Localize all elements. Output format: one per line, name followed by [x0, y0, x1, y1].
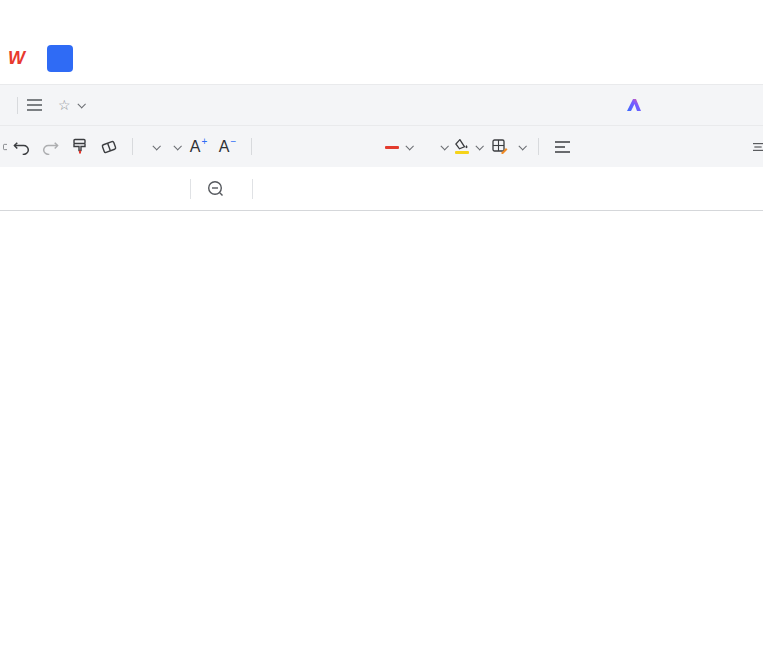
- align-left-button[interactable]: [550, 132, 575, 162]
- favorite-star-icon[interactable]: ☆: [58, 97, 71, 113]
- toolbar: A+ A−: [0, 125, 763, 167]
- redo-button[interactable]: [38, 132, 63, 162]
- strikethrough-button[interactable]: [350, 132, 375, 162]
- formula-bar: [0, 167, 763, 211]
- fill-color-button[interactable]: [449, 132, 474, 162]
- borders-button[interactable]: [414, 132, 439, 162]
- wps-ai-area: [612, 85, 648, 125]
- format-painter-button[interactable]: [67, 132, 92, 162]
- wps-ai-logo-icon: [626, 98, 642, 112]
- circle-minus-icon[interactable]: [207, 180, 224, 197]
- chevron-down-icon: [173, 142, 181, 150]
- chevron-down-icon[interactable]: [475, 142, 483, 150]
- wps-promo-banner: W: [0, 33, 763, 85]
- cell-style-button[interactable]: [488, 133, 529, 161]
- font-color-button[interactable]: [379, 132, 404, 162]
- divider: [538, 138, 539, 155]
- chevron-down-icon: [152, 142, 160, 150]
- font-name-select[interactable]: [142, 133, 163, 161]
- menu-bar: ☆: [0, 85, 763, 125]
- italic-button[interactable]: [292, 132, 317, 162]
- chevron-down-icon[interactable]: [77, 100, 85, 108]
- decrease-font-button[interactable]: A−: [215, 132, 240, 162]
- chevron-down-icon[interactable]: [405, 142, 413, 150]
- divider: [132, 138, 133, 155]
- divider: [190, 179, 191, 199]
- hamburger-menu-icon[interactable]: [27, 99, 42, 111]
- undo-button[interactable]: [9, 132, 34, 162]
- wps-logo-icon: W: [8, 48, 23, 69]
- sheet: [0, 211, 763, 646]
- formula-input[interactable]: [253, 167, 763, 210]
- divider: [17, 97, 18, 114]
- clear-format-eraser-icon[interactable]: [96, 132, 121, 162]
- underline-button[interactable]: [321, 132, 346, 162]
- font-size-select[interactable]: [163, 133, 184, 161]
- bold-button[interactable]: [263, 132, 288, 162]
- chevron-down-icon[interactable]: [440, 142, 448, 150]
- wps-ai-button[interactable]: [626, 98, 648, 112]
- chevron-down-icon: [518, 142, 526, 150]
- paste-icon[interactable]: [0, 132, 7, 162]
- style-grid-icon: [492, 139, 508, 154]
- window-title-bar: [0, 0, 763, 33]
- divider: [251, 138, 252, 155]
- align-center-button[interactable]: [753, 132, 763, 162]
- open-in-wps-button[interactable]: [47, 45, 73, 72]
- increase-font-button[interactable]: A+: [186, 132, 211, 162]
